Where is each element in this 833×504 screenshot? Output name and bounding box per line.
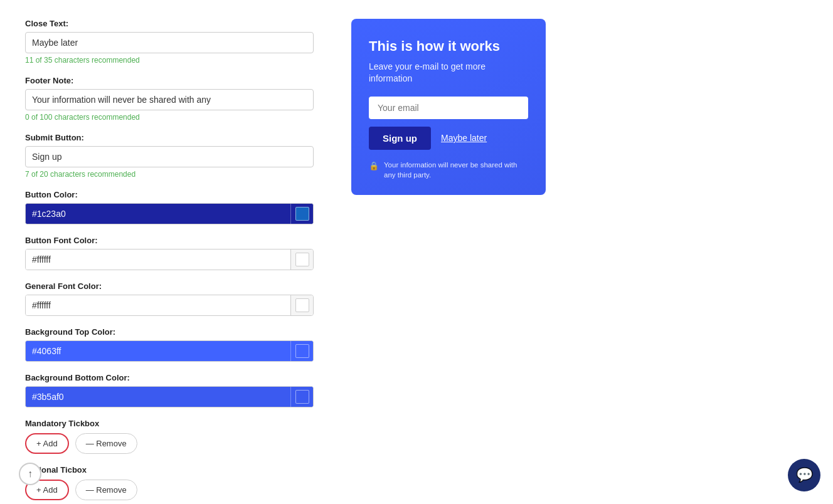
optional-tickbox-section: Optional Ticbox + Add — Remove	[25, 465, 314, 500]
general-font-color-input[interactable]	[26, 295, 290, 315]
general-font-color-swatch[interactable]	[290, 295, 313, 315]
scroll-up-icon: ↑	[28, 468, 33, 480]
bg-bottom-color-label: Background Bottom Color:	[25, 373, 314, 382]
preview-maybe-later-link[interactable]: Maybe later	[441, 133, 487, 143]
optional-remove-button[interactable]: — Remove	[75, 480, 137, 500]
mandatory-tickbox-buttons: + Add — Remove	[25, 433, 314, 454]
button-font-color-swatch[interactable]	[290, 249, 313, 270]
preview-actions: Sign up Maybe later	[369, 127, 528, 150]
preview-panel: This is how it works Leave your e-mail t…	[351, 13, 808, 504]
bg-bottom-color-row	[25, 386, 314, 407]
submit-button-field-group: Submit Button: 7 of 20 characters recomm…	[25, 133, 314, 179]
button-color-field-group: Button Color:	[25, 190, 314, 224]
preview-card: This is how it works Leave your e-mail t…	[351, 19, 546, 195]
footer-note-field-group: Footer Note: 0 of 100 characters recomme…	[25, 76, 314, 122]
button-color-swatch[interactable]	[290, 204, 313, 224]
footer-note-label: Footer Note:	[25, 76, 314, 85]
preview-footer-text: Your information will never be shared wi…	[384, 160, 528, 180]
scroll-up-button[interactable]: ↑	[19, 463, 41, 485]
mandatory-tickbox-label: Mandatory Tickbox	[25, 419, 314, 428]
close-text-hint: 11 of 35 characters recommended	[25, 56, 314, 65]
close-text-label: Close Text:	[25, 19, 314, 28]
optional-tickbox-label: Optional Ticbox	[25, 465, 314, 475]
mandatory-tickbox-section: Mandatory Tickbox + Add — Remove	[25, 419, 314, 454]
chat-icon: 💬	[796, 467, 813, 483]
footer-note-hint: 0 of 100 characters recommended	[25, 113, 314, 122]
preview-footer: 🔒 Your information will never be shared …	[369, 160, 528, 180]
bg-top-color-field-group: Background Top Color:	[25, 327, 314, 362]
bg-top-color-label: Background Top Color:	[25, 327, 314, 337]
button-font-color-row	[25, 249, 314, 270]
preview-subtitle: Leave your e-mail to get more informatio…	[369, 61, 528, 85]
button-font-color-input[interactable]	[26, 249, 290, 270]
submit-button-hint: 7 of 20 characters recommended	[25, 170, 314, 179]
chat-button[interactable]: 💬	[788, 459, 820, 491]
preview-signup-button[interactable]: Sign up	[369, 127, 431, 150]
lock-icon: 🔒	[369, 160, 379, 172]
close-text-field-group: Close Text: 11 of 35 characters recommen…	[25, 19, 314, 65]
button-color-input[interactable]	[26, 204, 290, 224]
button-font-color-label: Button Font Color:	[25, 236, 314, 245]
bg-bottom-color-input[interactable]	[26, 387, 290, 407]
button-color-row	[25, 203, 314, 224]
submit-button-input[interactable]	[25, 146, 314, 167]
bg-bottom-color-field-group: Background Bottom Color:	[25, 373, 314, 407]
preview-title: This is how it works	[369, 38, 528, 56]
optional-tickbox-buttons: + Add — Remove	[25, 480, 314, 500]
settings-panel: Close Text: 11 of 35 characters recommen…	[25, 13, 314, 504]
bg-top-color-row	[25, 340, 314, 362]
submit-button-label: Submit Button:	[25, 133, 314, 142]
footer-note-input[interactable]	[25, 89, 314, 110]
bg-top-color-swatch[interactable]	[290, 341, 313, 361]
button-color-label: Button Color:	[25, 190, 314, 199]
bg-bottom-color-swatch[interactable]	[290, 387, 313, 407]
general-font-color-row	[25, 295, 314, 316]
close-text-input[interactable]	[25, 32, 314, 53]
general-font-color-field-group: General Font Color:	[25, 281, 314, 316]
preview-email-input[interactable]	[369, 97, 528, 119]
general-font-color-label: General Font Color:	[25, 281, 314, 291]
bg-top-color-input[interactable]	[26, 341, 290, 361]
button-font-color-field-group: Button Font Color:	[25, 236, 314, 270]
mandatory-add-button[interactable]: + Add	[25, 433, 69, 454]
mandatory-remove-button[interactable]: — Remove	[75, 433, 137, 454]
